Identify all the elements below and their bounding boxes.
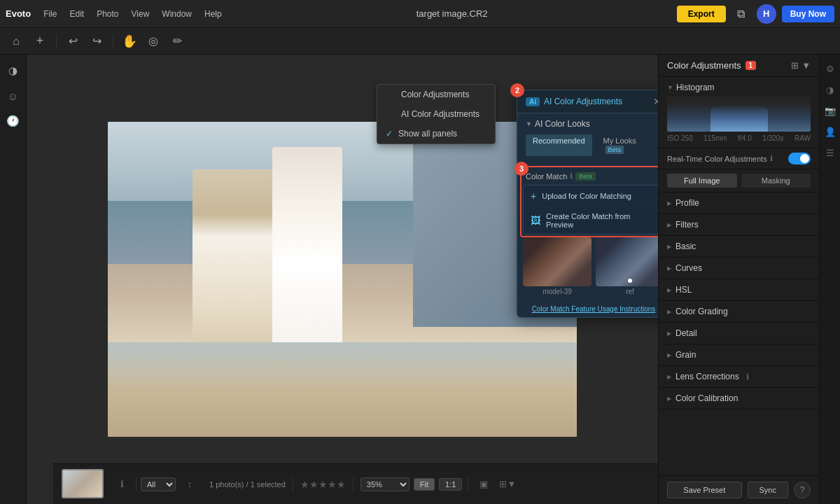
color-wheel-icon[interactable]: ◑	[3, 60, 24, 81]
thumb-label-1: model-39	[523, 288, 592, 295]
chevron-detail: ▶	[667, 330, 671, 337]
accordion-header-color-grading[interactable]: ▶ Color Grading	[659, 301, 819, 322]
realtime-info-icon[interactable]: ℹ	[770, 154, 773, 163]
panel-title: Color Adjustments 1	[667, 60, 756, 71]
ai-panel-title-text: AI Color Adjustments	[544, 97, 622, 106]
info-icon[interactable]: ℹ	[112, 475, 132, 494]
menu-help[interactable]: Help	[199, 8, 227, 20]
thumbnail-strip[interactable]	[62, 469, 104, 498]
add-icon[interactable]: +	[29, 31, 50, 52]
panel-chevron-icon[interactable]: ▼	[802, 60, 811, 71]
ai-panel-title: Ai AI Color Adjustments	[526, 97, 622, 106]
zoom-select[interactable]: 35%	[360, 477, 410, 491]
compare-icon[interactable]: ⧉	[732, 4, 751, 24]
menu-edit[interactable]: Edit	[64, 8, 90, 20]
statusbar: ℹ All ↕ 1 photo(s) / 1 selected ★★★★★ 35…	[53, 463, 658, 504]
realtime-toggle[interactable]	[788, 153, 811, 164]
layers-icon[interactable]: ☰	[822, 144, 839, 161]
lens-info-icon[interactable]: ℹ	[746, 372, 749, 382]
view-mode-icon[interactable]: ▣	[474, 475, 493, 494]
save-preset-button[interactable]: Save Preset	[667, 482, 742, 498]
dropdown-show-all-panels[interactable]: ✓ Show all panels	[377, 124, 495, 144]
view-tabs: Full Image Masking	[659, 169, 819, 192]
beta-badge: Beta	[606, 146, 624, 154]
heal-icon[interactable]: ◎	[143, 31, 164, 52]
camera-icon[interactable]: 📷	[822, 102, 839, 119]
photo-display[interactable]	[108, 122, 577, 437]
accordion-grain: ▶ Grain	[659, 344, 819, 366]
accordion-header-lens-corrections[interactable]: ▶ Lens Corrections ℹ	[659, 366, 819, 387]
right-panel: Color Adjustments 1 ⊞ ▼ ▼ Histogram ISO …	[658, 55, 819, 504]
separator2	[113, 34, 113, 48]
thumbnail-model39[interactable]: model-39	[523, 237, 592, 295]
grid-view-icon[interactable]: ⊞	[791, 60, 799, 71]
fit-button[interactable]: Fit	[414, 478, 435, 491]
thumb-dot	[628, 279, 632, 283]
sort-icon[interactable]: ↕	[180, 475, 200, 494]
tab-my-looks[interactable]: My Looks Beta	[596, 134, 658, 156]
accordion-header-profile[interactable]: ▶ Profile	[659, 192, 819, 214]
ai-color-looks-header[interactable]: ▼ AI Color Looks	[526, 119, 658, 129]
face-retouch-icon[interactable]: ☺	[3, 85, 24, 106]
undo-icon[interactable]: ↩	[62, 31, 83, 52]
brush-icon[interactable]: ✏	[167, 31, 188, 52]
home-icon[interactable]: ⌂	[6, 31, 27, 52]
histogram-header[interactable]: ▼ Histogram	[667, 83, 811, 92]
thumb-img-2	[596, 237, 658, 286]
color-match-section: 3 Color Match ℹ Beta + Upload for Color …	[517, 167, 658, 237]
ai-tabs: Recommended My Looks Beta	[526, 134, 658, 156]
avatar[interactable]: H	[757, 4, 776, 24]
thumbnail-ref[interactable]: ref	[596, 237, 658, 295]
dropdown-ai-color-adjustments[interactable]: AI Color Adjustments	[377, 104, 495, 124]
photo-count: 1 photo(s) / 1 selected	[209, 480, 286, 489]
panel-icons: ⊞ ▼	[791, 60, 811, 71]
accordion-hsl: ▶ HSL	[659, 279, 819, 301]
realtime-label: Real-Time Color Adjustments ℹ	[667, 154, 773, 163]
sync-button[interactable]: Sync	[748, 482, 788, 498]
accordion-header-curves[interactable]: ▶ Curves	[659, 258, 819, 279]
redo-icon[interactable]: ↪	[86, 31, 107, 52]
accordion-header-hsl[interactable]: ▶ HSL	[659, 279, 819, 300]
canvas-area: ℹ All ↕ 1 photo(s) / 1 selected ★★★★★ 35…	[27, 55, 658, 504]
export-button[interactable]: Export	[677, 6, 726, 22]
menu-photo[interactable]: Photo	[91, 8, 124, 20]
histogram-section: ▼ Histogram ISO 250 115mm f/4.0 1/320s R…	[659, 77, 819, 148]
histogram-expand-icon: ▼	[667, 84, 673, 91]
pan-icon[interactable]: ✋	[119, 31, 140, 52]
accordion-header-filters[interactable]: ▶ Filters	[659, 214, 819, 235]
panel-badge-1: 1	[746, 61, 757, 70]
chevron-color-grading: ▶	[667, 309, 671, 315]
slideshow-icon[interactable]: ⊞▼	[498, 475, 517, 494]
accordion-header-detail[interactable]: ▶ Detail	[659, 323, 819, 344]
person-icon[interactable]: 👤	[822, 123, 839, 140]
history-icon[interactable]: 🕐	[3, 111, 24, 132]
accordion-header-color-calibration[interactable]: ▶ Color Calibration	[659, 388, 819, 409]
close-icon[interactable]: ✕	[653, 96, 658, 107]
ratio-button[interactable]: 1:1	[439, 478, 462, 491]
menu-file[interactable]: File	[38, 8, 62, 20]
ai-color-adjustments-panel: 2 Ai AI Color Adjustments ✕ ▼ AI Color L…	[517, 90, 658, 318]
tab-full-image[interactable]: Full Image	[667, 174, 737, 188]
accordion-filters: ▶ Filters	[659, 214, 819, 236]
buynow-button[interactable]: Buy Now	[782, 6, 834, 22]
adjustments-icon[interactable]: ⚙	[822, 60, 839, 77]
tab-recommended[interactable]: Recommended	[526, 134, 592, 156]
accordion-header-grain[interactable]: ▶ Grain	[659, 344, 819, 365]
thumb-label-2: ref	[596, 288, 658, 295]
star-rating[interactable]: ★★★★★	[300, 479, 346, 490]
dropdown-menu: Color Adjustments AI Color Adjustments ✓…	[377, 84, 496, 144]
left-sidebar: ◑ ☺ 🕐	[0, 55, 27, 504]
help-button[interactable]: ?	[794, 482, 811, 498]
upload-color-matching-option[interactable]: + Upload for Color Matching	[524, 186, 658, 207]
color-match-info-icon[interactable]: ℹ	[570, 172, 573, 181]
tab-masking[interactable]: Masking	[741, 174, 811, 188]
color-match-link[interactable]: Color Match Feature Usage Instructions	[517, 301, 658, 317]
menu-window[interactable]: Window	[156, 8, 197, 20]
menu-view[interactable]: View	[126, 8, 155, 20]
main-content: ◑ ☺ 🕐	[0, 55, 840, 504]
portrait-icon[interactable]: ◑	[822, 81, 839, 98]
accordion-header-basic[interactable]: ▶ Basic	[659, 236, 819, 257]
create-color-match-option[interactable]: 🖼 Create Color Match from Preview	[524, 207, 658, 234]
filter-select[interactable]: All	[141, 477, 176, 491]
dropdown-color-adjustments[interactable]: Color Adjustments	[377, 85, 495, 104]
